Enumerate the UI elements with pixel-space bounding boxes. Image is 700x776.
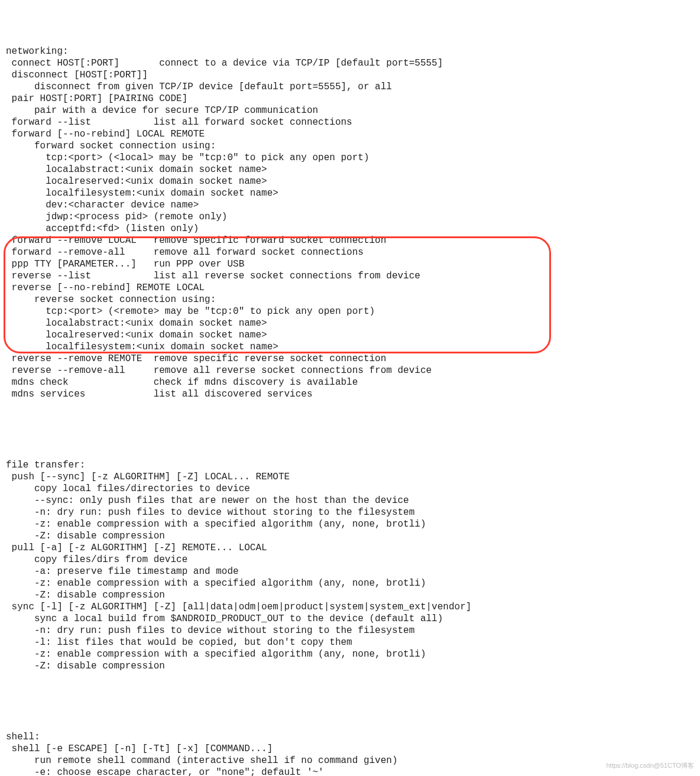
- page: networking: connect HOST[:PORT] connect …: [0, 0, 700, 776]
- watermark: https://blog.csdn@51CTO博客: [606, 759, 694, 771]
- file-transfer-section: file transfer: push [--sync] [-z ALGORIT…: [6, 459, 694, 672]
- blank-line-2: [6, 696, 694, 707]
- shell-section: shell: shell [-e ESCAPE] [-n] [-Tt] [-x]…: [6, 731, 694, 776]
- networking-section: networking: connect HOST[:PORT] connect …: [6, 46, 694, 400]
- blank-line-1: [6, 424, 694, 436]
- help-text: networking: connect HOST[:PORT] connect …: [0, 0, 700, 776]
